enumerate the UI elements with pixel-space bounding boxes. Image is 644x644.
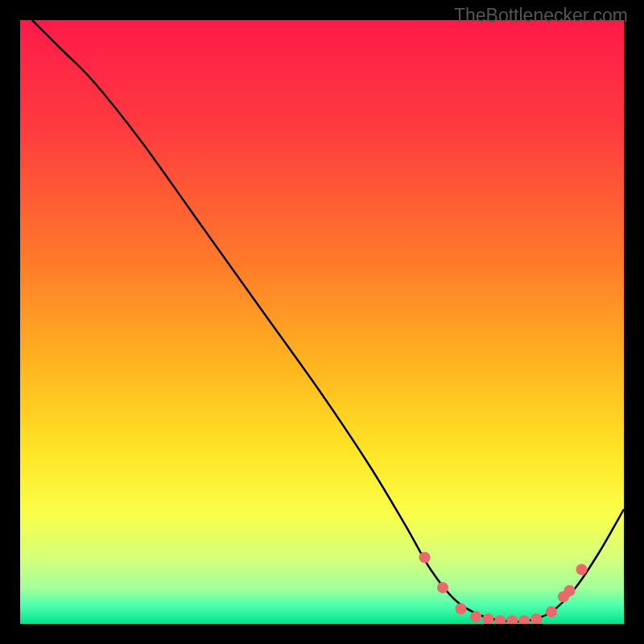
chart-curve: [20, 20, 624, 624]
data-marker: [564, 585, 576, 597]
data-marker: [546, 606, 557, 617]
watermark-text: TheBottlenecker.com: [454, 5, 628, 27]
data-marker: [456, 603, 467, 614]
data-marker: [506, 615, 518, 624]
data-marker: [530, 613, 542, 624]
chart-container: [20, 20, 624, 624]
data-marker: [470, 611, 481, 622]
data-marker: [518, 615, 530, 624]
data-marker: [437, 582, 448, 593]
data-marker: [482, 613, 493, 624]
data-marker: [494, 615, 506, 624]
data-marker: [576, 564, 588, 576]
data-marker: [419, 552, 431, 564]
